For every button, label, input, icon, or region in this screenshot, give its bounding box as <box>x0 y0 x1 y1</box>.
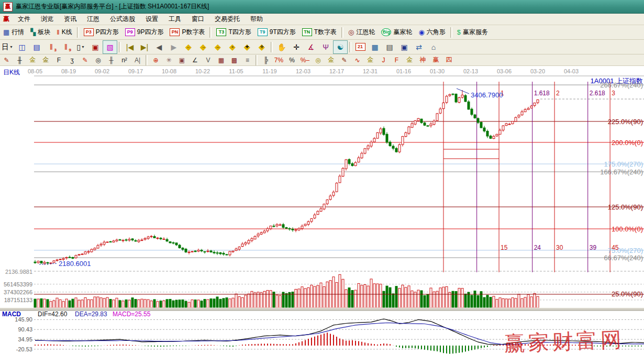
trend-chart-button[interactable]: ◫ <box>15 40 29 54</box>
gold-slant-tool[interactable]: 金 <box>403 55 416 65</box>
si-slant-tool[interactable]: 四 <box>442 55 456 65</box>
gold-ruler2-tool[interactable]: 金 <box>39 55 52 65</box>
wave-tool[interactable]: ∿ <box>351 55 364 65</box>
gann-diamond-plus-button[interactable]: ◆✚ <box>240 40 254 54</box>
n2-tool[interactable]: n² <box>118 55 131 65</box>
brush-tool[interactable]: ✎ <box>0 55 13 65</box>
menu-item-8[interactable]: 交易委托 <box>209 15 245 24</box>
info-board-button[interactable]: ▤ <box>29 40 44 54</box>
j-angle-tool[interactable]: J <box>377 55 390 65</box>
grid2-tool[interactable]: ▩ <box>228 55 241 65</box>
ying-slant-tool[interactable]: 赢 <box>429 55 442 65</box>
first-page-button[interactable]: |◀ <box>123 40 137 54</box>
remote-pc-button[interactable]: ⌂ <box>426 40 441 54</box>
next-button[interactable]: ▶ <box>166 40 181 54</box>
ink-marker-tool[interactable]: ✎ <box>338 55 351 65</box>
menu-item-9[interactable]: 帮助 <box>245 15 268 24</box>
column-scale-tool[interactable]: ╠ <box>259 55 272 65</box>
menu-item-7[interactable]: 窗口 <box>186 15 209 24</box>
dropdown-arrow-icon: ▼ <box>9 45 13 49</box>
candle-body <box>524 109 526 112</box>
mirror-a-tool[interactable]: A| <box>131 55 144 65</box>
save-button[interactable]: ▣ <box>397 40 412 54</box>
gann-shape-tool-button[interactable]: Ψ <box>318 40 333 54</box>
p-number-table-button[interactable]: PNP数字表 <box>166 26 208 39</box>
parallel-lines-tool[interactable]: ≡ <box>241 55 254 65</box>
menu-item-2[interactable]: 资讯 <box>59 15 82 24</box>
gann-diamond-horizontal-button[interactable]: ◆↔ <box>210 40 225 54</box>
gann-wheel-button[interactable]: ◎江恩轮 <box>345 26 378 39</box>
percent-tool[interactable]: % <box>285 55 298 65</box>
volume-bar <box>537 296 539 308</box>
plain-ruler-tool[interactable]: ╫ <box>105 55 118 65</box>
trend-chart-button-icon: ◫ <box>18 43 25 51</box>
p-square-button[interactable]: P3P四方形 <box>81 26 122 39</box>
kline-button[interactable]: ‖K线 <box>53 26 75 39</box>
marker-tool[interactable]: ✎ <box>79 55 92 65</box>
color-chart-button[interactable]: ▧ <box>103 40 117 54</box>
gann-diamond-star-button[interactable]: ◆✜ <box>254 40 269 54</box>
brain-tool-button[interactable]: ☯ <box>333 40 348 54</box>
candle-body <box>534 103 536 106</box>
notebook-button[interactable]: ▤ <box>382 40 397 54</box>
star-target-tool[interactable]: ✳ <box>162 55 175 65</box>
candle-body <box>442 103 445 108</box>
grid-tool[interactable]: ▦ <box>215 55 228 65</box>
v-wave-tool[interactable]: V <box>202 55 215 65</box>
ruler-tool[interactable]: ╫ <box>13 55 26 65</box>
menu-item-3[interactable]: 江恩 <box>82 15 105 24</box>
calendar-button[interactable]: 21 <box>353 40 368 54</box>
candle-body <box>295 230 297 230</box>
gold-circle-tool[interactable]: ◎ <box>312 55 325 65</box>
spiral-tool[interactable]: ʒ <box>65 55 79 65</box>
prev-button[interactable]: ◀ <box>152 40 166 54</box>
shen-slant-tool[interactable]: 神 <box>416 55 429 65</box>
gold-angle-tool[interactable]: 金 <box>364 55 377 65</box>
f-ruler-tool[interactable]: F <box>52 55 65 65</box>
ninet-square-button[interactable]: T99T四方形 <box>254 26 299 39</box>
t-number-table-button[interactable]: TNT数字表 <box>299 26 340 39</box>
hand-tool-button[interactable]: ✋ <box>274 40 289 54</box>
angle-measure-button[interactable]: ∡ <box>304 40 318 54</box>
gann-box-button[interactable]: ▣ <box>88 40 103 54</box>
gann-diamond-left-button[interactable]: ◆← <box>181 40 196 54</box>
ninep-square-button[interactable]: P99P四方形 <box>122 26 167 39</box>
f-angle-tool[interactable]: F <box>390 55 403 65</box>
gann-diamond-right-button[interactable]: ◆→ <box>196 40 210 54</box>
sectors-button[interactable]: ▚板块 <box>27 26 53 39</box>
percent-slash-tool[interactable]: 7% <box>272 55 285 65</box>
chart-canvas[interactable]: 08-0508-1909-0209-1710-0810-2211-0511-19… <box>0 66 644 355</box>
t-square-button[interactable]: T3T四方形 <box>213 26 254 39</box>
gold-ruler1-tool[interactable]: 金 <box>26 55 39 65</box>
winner-wheel-button[interactable]: Big赢家轮 <box>378 26 415 39</box>
quotes-button[interactable]: ▦行情 <box>0 26 27 39</box>
bars-9-button[interactable]: ‖9 <box>59 40 73 54</box>
candle-body <box>288 228 291 229</box>
percent-line-tool[interactable]: %– <box>298 55 312 65</box>
menu-item-5[interactable]: 设置 <box>140 15 163 24</box>
gann-diamond-cross-button[interactable]: ◆× <box>225 40 240 54</box>
trend-angle-tool[interactable]: ∠ <box>188 55 202 65</box>
bars-3-button[interactable]: ‖3 <box>44 40 59 54</box>
menu-item-0[interactable]: 文件 <box>13 15 36 24</box>
gold-ruler2-tool-icon: 金 <box>43 56 49 64</box>
gold-line-tool[interactable]: 金 <box>325 55 338 65</box>
volume-bar <box>461 289 463 308</box>
title-bar[interactable]: 赢 赢家江恩专业版[赢家内部服务平台] - [上证指数 SH1A0001-167… <box>0 0 644 14</box>
crosshair-tool-button[interactable]: ✛ <box>289 40 304 54</box>
last-page-button[interactable]: ▶| <box>137 40 152 54</box>
winner-service-button[interactable]: $赢家服务 <box>454 26 491 39</box>
red-target-tool[interactable]: ⊕ <box>149 55 162 65</box>
calculator-button[interactable]: ▦ <box>368 40 382 54</box>
kline-period-button[interactable]: 日▼ <box>0 40 15 54</box>
compass-dial-tool[interactable]: ◎ <box>92 55 105 65</box>
box-target-tool[interactable]: ▣ <box>175 55 188 65</box>
hexagon-button-icon: ◉ <box>418 29 424 36</box>
send-web-button[interactable]: ⇄ <box>412 40 426 54</box>
hexagon-button[interactable]: ◉六角形 <box>415 26 448 39</box>
menu-item-6[interactable]: 工具 <box>163 15 186 24</box>
menu-item-4[interactable]: 公式选股 <box>105 15 140 24</box>
single-candle-button[interactable]: ▯▼ <box>73 40 88 54</box>
candle-body <box>320 209 322 212</box>
menu-item-1[interactable]: 浏览 <box>36 15 59 24</box>
